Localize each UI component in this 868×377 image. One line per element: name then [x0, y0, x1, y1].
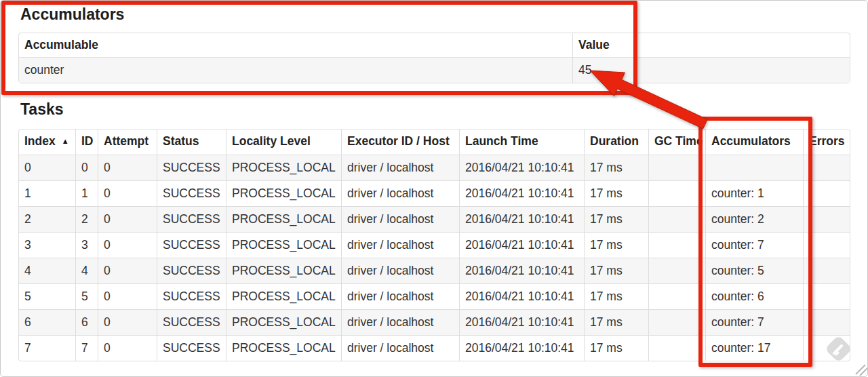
column-header-locality-level[interactable]: Locality Level	[226, 130, 341, 155]
spark-stage-page: Accumulators Accumulable Value counter45…	[0, 0, 868, 377]
table-cell: SUCCESS	[157, 283, 226, 309]
table-cell: counter: 7	[705, 232, 803, 258]
table-cell	[648, 309, 705, 335]
table-cell: SUCCESS	[157, 232, 226, 258]
table-cell: 2	[19, 206, 75, 232]
column-header-id[interactable]: ID	[75, 130, 98, 155]
table-cell: 5	[75, 283, 98, 309]
table-cell: 4	[19, 258, 75, 283]
column-header-executor-id-host[interactable]: Executor ID / Host	[341, 130, 459, 155]
column-header-index[interactable]: Index▲	[19, 130, 75, 155]
table-cell	[803, 155, 850, 180]
column-header-gc-time[interactable]: GC Time	[648, 130, 705, 155]
table-row: counter45	[19, 57, 850, 83]
table-cell: 2016/04/21 10:10:41	[459, 180, 584, 206]
table-cell: 17 ms	[584, 309, 648, 335]
table-cell: 5	[19, 283, 75, 309]
table-row: 550SUCCESSPROCESS_LOCALdriver / localhos…	[19, 283, 850, 309]
table-row: 110SUCCESSPROCESS_LOCALdriver / localhos…	[19, 180, 850, 206]
table-cell	[705, 155, 803, 180]
table-cell: SUCCESS	[157, 206, 226, 232]
table-cell: 2016/04/21 10:10:41	[459, 232, 584, 258]
table-cell: 1	[75, 180, 98, 206]
table-cell	[648, 232, 705, 258]
table-cell: 3	[19, 232, 75, 258]
table-cell	[648, 155, 705, 180]
table-cell: SUCCESS	[157, 155, 226, 180]
table-row: 330SUCCESSPROCESS_LOCALdriver / localhos…	[19, 232, 850, 258]
table-cell: SUCCESS	[157, 180, 226, 206]
table-cell: PROCESS_LOCAL	[226, 155, 341, 180]
table-cell	[803, 232, 850, 258]
table-cell: driver / localhost	[341, 232, 459, 258]
table-cell: PROCESS_LOCAL	[226, 232, 341, 258]
table-cell: driver / localhost	[341, 258, 459, 283]
table-cell: counter: 6	[705, 283, 803, 309]
tasks-table: Index▲ ID Attempt Status Locality Level …	[18, 129, 850, 361]
table-row: 440SUCCESSPROCESS_LOCALdriver / localhos…	[19, 258, 850, 283]
table-cell: 6	[75, 309, 98, 335]
table-cell	[648, 283, 705, 309]
accumulators-table: Accumulable Value counter45	[18, 33, 850, 83]
column-header-duration[interactable]: Duration	[584, 130, 648, 155]
table-cell	[803, 335, 850, 361]
table-cell: 0	[98, 335, 157, 361]
table-cell	[803, 180, 850, 206]
table-cell: 0	[98, 309, 157, 335]
table-cell: SUCCESS	[157, 309, 226, 335]
table-cell: 17 ms	[584, 335, 648, 361]
table-cell: counter: 7	[705, 309, 803, 335]
table-cell: 2	[75, 206, 98, 232]
column-header-index-label: Index	[24, 134, 56, 148]
table-cell: 7	[75, 335, 98, 361]
table-cell: counter	[19, 57, 572, 83]
table-cell: 4	[75, 258, 98, 283]
table-cell: 0	[19, 155, 75, 180]
table-cell: driver / localhost	[341, 283, 459, 309]
column-header-accumulable[interactable]: Accumulable	[19, 33, 572, 57]
column-header-value[interactable]: Value	[572, 33, 850, 57]
table-cell	[803, 309, 850, 335]
column-header-errors[interactable]: Errors	[803, 130, 850, 155]
table-cell: driver / localhost	[341, 180, 459, 206]
table-cell: 17 ms	[584, 206, 648, 232]
table-row: 000SUCCESSPROCESS_LOCALdriver / localhos…	[19, 155, 850, 180]
table-cell: SUCCESS	[157, 258, 226, 283]
column-header-accumulators[interactable]: Accumulators	[705, 130, 803, 155]
table-row: 660SUCCESSPROCESS_LOCALdriver / localhos…	[19, 309, 850, 335]
table-cell: 17 ms	[584, 258, 648, 283]
table-cell: SUCCESS	[157, 335, 226, 361]
column-header-launch-time[interactable]: Launch Time	[459, 130, 584, 155]
tasks-header-row: Index▲ ID Attempt Status Locality Level …	[19, 130, 850, 155]
table-row: 770SUCCESSPROCESS_LOCALdriver / localhos…	[19, 335, 850, 361]
table-cell: 0	[98, 206, 157, 232]
table-cell: PROCESS_LOCAL	[226, 206, 341, 232]
table-row: 220SUCCESSPROCESS_LOCALdriver / localhos…	[19, 206, 850, 232]
table-cell: driver / localhost	[341, 309, 459, 335]
table-cell: 0	[98, 232, 157, 258]
column-header-attempt[interactable]: Attempt	[98, 130, 157, 155]
table-cell	[803, 206, 850, 232]
table-cell: 45	[572, 57, 850, 83]
table-cell: PROCESS_LOCAL	[226, 335, 341, 361]
accumulators-section-title: Accumulators	[20, 5, 124, 23]
table-cell	[803, 283, 850, 309]
table-cell	[803, 258, 850, 283]
table-cell: 17 ms	[584, 283, 648, 309]
table-cell: 2016/04/21 10:10:41	[459, 309, 584, 335]
table-cell: 2016/04/21 10:10:41	[459, 155, 584, 180]
column-header-status[interactable]: Status	[157, 130, 226, 155]
table-cell: 3	[75, 232, 98, 258]
table-cell: 17 ms	[584, 155, 648, 180]
table-cell: 2016/04/21 10:10:41	[459, 206, 584, 232]
table-cell: 0	[98, 283, 157, 309]
table-cell: 6	[19, 309, 75, 335]
table-cell: 7	[19, 335, 75, 361]
table-cell: 0	[75, 155, 98, 180]
table-cell: 2016/04/21 10:10:41	[459, 258, 584, 283]
table-cell: 17 ms	[584, 232, 648, 258]
table-cell: 0	[98, 180, 157, 206]
table-cell	[648, 335, 705, 361]
table-cell: counter: 1	[705, 180, 803, 206]
table-cell: driver / localhost	[341, 206, 459, 232]
